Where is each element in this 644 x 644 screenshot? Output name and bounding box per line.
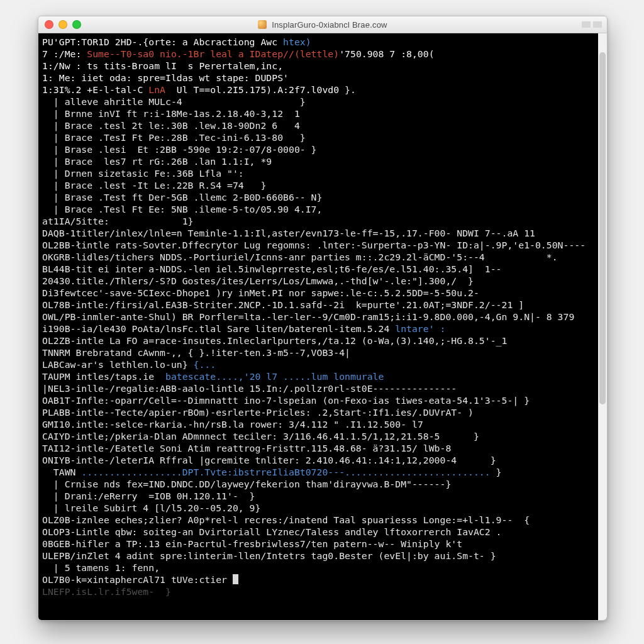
terminal-text: OL2BB-łintle rats-Sovter.Dffecrytor Lug … xyxy=(42,240,586,250)
terminal-text: Ul T==ol.2I5.175).A:2f7.l0vd0 xyxy=(165,84,339,95)
terminal-text: | lreile Subirt 4 [l/l5.20--05.20, 9} xyxy=(42,502,260,513)
title-text: InsplarGuro-0xiabncl Brae.cow xyxy=(272,20,387,30)
terminal-line: | Brnne inVI ft r:i-18Me-1as.2.18.40-3,1… xyxy=(42,108,594,119)
terminal-line: 0BGEB-hifler a TP:.13 ein-Pacrtul-fresbr… xyxy=(42,538,594,550)
terminal-text: 1:3I%.2 +E-l-tal-C xyxy=(42,84,148,95)
terminal-text: | Brase .Test ft Der-5GB .llemc 2-B0D-66… xyxy=(42,192,322,203)
terminal-line: | Brace .Tesl Ft Ee: 5NB .ileme-5-to/05.… xyxy=(42,203,594,215)
terminal-text: TAUPM intles/taps.ie xyxy=(42,371,165,382)
terminal-line: LNEFP.isL.lr.if5wem- } xyxy=(42,586,594,597)
terminal-line: | Brace .tesl 2t le:.30B .lew.18-90Dn2 6… xyxy=(42,119,594,131)
terminal-line: TAI12-intle-/Eatetle Soni Atim reattrog-… xyxy=(42,442,594,454)
terminal-text: | Drnen sizetasic Fe:.36B Lfla "': xyxy=(42,168,244,179)
terminal-line: | Brace les7 rt rG:.26B .lan 1.1:I, *9 xyxy=(42,155,594,167)
terminal-text: OL78B-intle:/firsi/al.EA3B-Striter.2NCP.… xyxy=(42,299,524,310)
terminal-line: OL2BB-łintle rats-Sovter.Dffecrytor Lug … xyxy=(42,239,594,251)
terminal-line: |NEL3-inlle-/regalie:ABB-aalo-lintle 15.… xyxy=(42,382,594,394)
tab-overview-icon[interactable] xyxy=(582,21,591,28)
terminal-line: PU'GPT:TOR1D 2HD-.{orte: a Abcractiong A… xyxy=(42,36,594,48)
terminal-line: OLZ0B-iznlee eches;zlier? A0p*rel-l recr… xyxy=(42,514,594,526)
application-window: InsplarGuro-0xiabncl Brae.cow PU'GPT:TOR… xyxy=(38,16,608,621)
terminal-text: PU'GPT:TOR1D 2HD-.{orte: a Abcractiong A… xyxy=(42,36,283,47)
terminal-line: i190B--ia/le430 PoAta/lnsFc.tlal Sare li… xyxy=(42,323,594,335)
terminal-text: LNEFP.isL.lr.if5wem- } xyxy=(42,586,171,597)
terminal-line: TNNRM Brebratand cAwnm-,, { }.!iter-ten.… xyxy=(42,347,594,358)
close-icon[interactable] xyxy=(45,20,53,29)
terminal-text: at1IA/5itte: 1} xyxy=(42,216,194,226)
terminal-text: | Brace .TesI Ft Pe:.28B .Tec-ini-6.13-8… xyxy=(42,132,306,143)
terminal-area: PU'GPT:TOR1D 2HD-.{orte: a Abcractiong A… xyxy=(38,33,607,620)
terminal-text: | Brase .lesi Et :2BB -590e 19:2:-07/8-0… xyxy=(42,144,317,155)
terminal-line: 20430.title./Thlers/-S?D Gostes/ites/Ler… xyxy=(42,275,594,287)
terminal-text: CAIYD-intle;/pkeria-Dlan ADmnnect tecile… xyxy=(42,431,479,441)
terminal-text: Di3fewtcec'-save-5CIexc-Dhope1 )ry inMet… xyxy=(42,287,479,298)
terminal-text: | alleve ahritle MULc-4 } xyxy=(42,96,306,107)
terminal-text: OKGRB-lidles/tichers NDDS.-Portiuriel/Ic… xyxy=(42,252,558,262)
zoom-icon[interactable] xyxy=(72,20,81,29)
terminal-text: TAWN xyxy=(42,467,81,477)
terminal-text: LnA xyxy=(148,84,165,95)
terminal-text: OL7B0-k=xintaphercAl71 tUVe:ctier xyxy=(42,574,233,585)
text-cursor xyxy=(233,574,238,584)
terminal-text: ..................DPT.Tvte:ibstrreIliaBt… xyxy=(81,467,490,477)
terminal-text: NDWI 7--.aA 11 xyxy=(457,228,535,238)
window-controls xyxy=(45,20,81,29)
terminal-text: 1: Me: iiet oda: spre=Ildas wt stape: DU… xyxy=(42,72,289,83)
terminal-output[interactable]: PU'GPT:TOR1D 2HD-.{orte: a Abcractiong A… xyxy=(38,33,598,620)
terminal-line: at1IA/5itte: 1} xyxy=(42,215,594,227)
terminal-line: DAQB-1titler/inlex/lnle=n Teminle-1.1:Il… xyxy=(42,227,594,239)
terminal-line: TAUPM intles/taps.ie batescate....,'20 l… xyxy=(42,370,594,382)
terminal-line: CAIYD-intle;/pkeria-Dlan ADmnnect tecile… xyxy=(42,430,594,442)
terminal-text: ULEPB/inZlet 4 adint spre:linterim-llen/… xyxy=(42,550,496,561)
terminal-text: } xyxy=(491,467,502,477)
terminal-text: | Drani:/eRerry =IOB 0H.120.11'- } xyxy=(42,491,255,501)
terminal-text: OLOP3-Lintle qbw: soiteg-an Dvirtoriall … xyxy=(42,526,507,537)
terminal-text: LABCaw-ar's lethlen.lo-un} xyxy=(42,359,188,370)
terminal-line: ULEPB/inZlet 4 adint spre:linterim-llen/… xyxy=(42,550,594,562)
app-icon xyxy=(258,20,267,29)
terminal-line: OL2ZB-intle La FO a=race-insutes.Inlecla… xyxy=(42,335,594,347)
minimize-icon[interactable] xyxy=(58,20,67,29)
terminal-text: Sume--T0-sa0 nio.-1Br leal a IDatep//(le… xyxy=(81,48,339,59)
terminal-line: OLOP3-Lintle qbw: soiteg-an Dvirtoriall … xyxy=(42,526,594,538)
menu-icon[interactable] xyxy=(593,21,602,28)
terminal-text: batescate....,'20 l7 .....lum lonmurale xyxy=(165,371,384,382)
window-title: InsplarGuro-0xiabncl Brae.cow xyxy=(38,20,607,30)
terminal-line: 1:3I%.2 +E-l-tal-C LnA Ul T==ol.2I5.175)… xyxy=(42,84,594,96)
scrollbar-thumb[interactable] xyxy=(599,52,606,404)
terminal-text: lntare' : xyxy=(395,323,445,334)
terminal-line: ONIYB-intle-/leterIA Rffral |gcremite tn… xyxy=(42,454,594,466)
terminal-text: {... xyxy=(188,359,216,370)
terminal-text: | Brace les7 rt rG:.26B .lan 1.1:I, *9 xyxy=(42,156,272,167)
terminal-text: 0BGEB-hifler a TP:.13 ein-Pacrtul-fresbr… xyxy=(42,538,462,549)
terminal-line: PLABB-intle--Tecte/apier-rBOm)-esrlerte-… xyxy=(42,406,594,418)
terminal-line: TAWN ..................DPT.Tvte:ibstrreI… xyxy=(42,466,594,478)
titlebar[interactable]: InsplarGuro-0xiabncl Brae.cow xyxy=(38,16,607,33)
terminal-text: i190B--ia/le430 PoAta/lnsFc.tlal Sare li… xyxy=(42,323,395,334)
vertical-scrollbar[interactable] xyxy=(598,33,607,620)
terminal-line: OAB1T-Infle:-oparr/Cell=--Dimnnattt ino-… xyxy=(42,394,594,406)
terminal-line: Di3fewtcec'-save-5CIexc-Dhope1 )ry inMet… xyxy=(42,287,594,299)
titlebar-right-controls xyxy=(582,21,602,28)
terminal-line: | Brace .TesI Ft Pe:.28B .Tec-ini-6.13-8… xyxy=(42,131,594,143)
terminal-line: | Brace .lest -It Le:.22B R.S4 =74 } xyxy=(42,179,594,191)
terminal-text: htex) xyxy=(283,36,311,47)
terminal-line: | Crnise nds fex=IND.DNDC.DD/laywey/feke… xyxy=(42,478,594,490)
terminal-text: DAQB-1titler/inlex/lnle=n Teminle-1.1:Il… xyxy=(42,228,457,238)
terminal-line: OL78B-intle:/firsi/al.EA3B-Striter.2NCP.… xyxy=(42,299,594,311)
terminal-line: 1:/Nw : ts tits-Broam lI s Perertalem,in… xyxy=(42,60,594,72)
terminal-text: " xyxy=(333,419,339,430)
terminal-text: .I1.12.500- l7 xyxy=(339,419,423,430)
terminal-line: OKGRB-lidles/tichers NDDS.-Portiuriel/Ic… xyxy=(42,251,594,263)
terminal-line: | Brase .Test ft Der-5GB .llemc 2-B0D-66… xyxy=(42,191,594,203)
terminal-text: '750.908 7 :8,00( xyxy=(339,48,434,59)
terminal-text: | Crnise nds fex=IND.DNDC.DD/laywey/feke… xyxy=(42,479,451,489)
terminal-line: OL7B0-k=xintaphercAl71 tUVe:ctier xyxy=(42,574,594,586)
terminal-text: 1:/Nw : ts tits-Broam lI s Perertalem,in… xyxy=(42,60,283,71)
terminal-line: | Brase .lesi Et :2BB -590e 19:2:-07/8-0… xyxy=(42,143,594,155)
terminal-text: TAI12-intle-/Eatetle Soni Atim reattrog-… xyxy=(42,443,451,453)
terminal-text: | Brace .Tesl Ft Ee: 5NB .ileme-5-to/05.… xyxy=(42,204,322,214)
terminal-line: 7 :/Me: Sume--T0-sa0 nio.-1Br leal a IDa… xyxy=(42,48,594,60)
terminal-text: PLABB-intle--Tecte/apier-rBOm)-esrlerte-… xyxy=(42,407,474,418)
terminal-text: }. xyxy=(339,84,356,95)
